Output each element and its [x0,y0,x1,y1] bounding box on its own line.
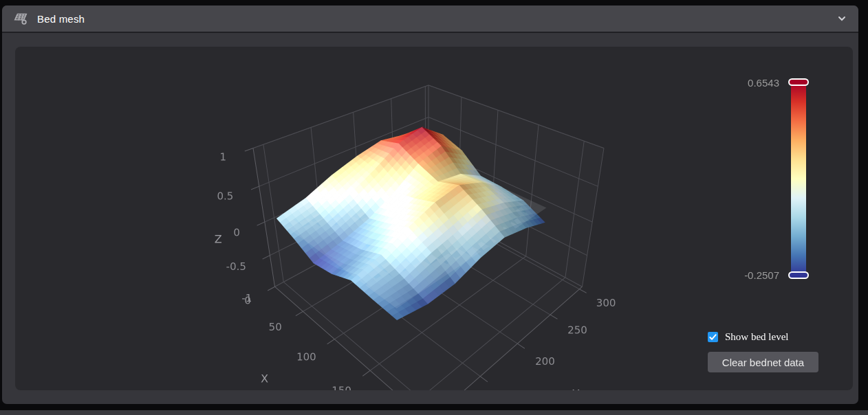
bed-mesh-plot[interactable]: 0.6543 -0.2507 Show bed level Clear bedn… [15,47,853,390]
page: Bed mesh 0.6543 -0.2507 Show bed level C… [0,0,868,415]
colorbar-bottom-cap[interactable] [788,271,809,279]
clear-bed-mesh-button[interactable]: Clear bednet data [708,352,818,372]
panel-title: Bed mesh [37,13,85,25]
next-panel-edge [0,410,868,415]
checkbox-checked-icon[interactable] [708,332,718,342]
panel-header[interactable]: Bed mesh [2,5,858,33]
chevron-down-icon[interactable] [836,13,847,24]
colorbar-max-label: 0.6543 [731,77,779,89]
show-bed-level-label: Show bed level [725,331,788,343]
bed-mesh-panel: Bed mesh 0.6543 -0.2507 Show bed level C… [2,5,858,404]
colorbar-top-cap[interactable] [788,78,809,86]
show-bed-level-checkbox[interactable]: Show bed level [708,331,788,343]
colorbar-gradient[interactable] [791,82,806,275]
bed-mesh-grid-icon [13,11,28,26]
colorbar-min-label: -0.2507 [731,269,779,281]
